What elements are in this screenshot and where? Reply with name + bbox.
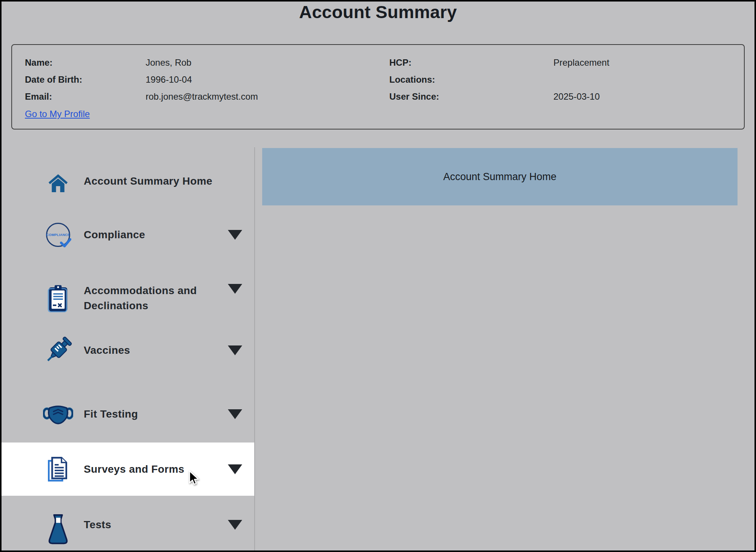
- chevron-down-icon[interactable]: [228, 284, 242, 294]
- email-label: Email:: [25, 88, 146, 105]
- email-field: Email: rob.jones@trackmytest.com: [25, 88, 258, 105]
- sidebar-nav: Account Summary Home COMPLIANCE Complian…: [2, 143, 254, 550]
- sidebar-item-label: Fit Testing: [84, 407, 138, 422]
- profile-left-column: Name: Jones, Rob Date of Birth: 1996-10-…: [25, 54, 258, 105]
- compliance-icon-text: COMPLIANCE: [46, 233, 70, 237]
- sidebar-item-accommodations[interactable]: Accommodations and Declinations: [2, 279, 254, 318]
- sidebar-item-tests[interactable]: Tests: [2, 508, 254, 542]
- content-panel-header: Account Summary Home: [262, 148, 738, 205]
- sidebar-item-compliance[interactable]: COMPLIANCE Compliance: [2, 217, 254, 253]
- account-summary-page: Account Summary Name: Jones, Rob Date of…: [0, 0, 756, 552]
- name-label: Name:: [25, 54, 146, 71]
- user-since-field: User Since: 2025-03-10: [389, 88, 609, 105]
- name-field: Name: Jones, Rob: [25, 54, 258, 71]
- go-to-profile-link[interactable]: Go to My Profile: [25, 105, 90, 122]
- hcp-field: HCP: Preplacement: [389, 54, 609, 71]
- hcp-label: HCP:: [389, 54, 553, 71]
- chevron-down-icon[interactable]: [228, 230, 242, 240]
- sidebar-item-label: Surveys and Forms: [84, 462, 184, 477]
- dob-field: Date of Birth: 1996-10-04: [25, 71, 258, 88]
- hcp-value: Preplacement: [553, 54, 609, 71]
- sidebar-content-divider: [254, 147, 255, 550]
- sidebar-item-surveys-and-forms[interactable]: Surveys and Forms: [2, 443, 254, 496]
- chevron-down-icon[interactable]: [228, 464, 242, 474]
- name-value: Jones, Rob: [146, 54, 191, 71]
- compliance-circle: COMPLIANCE: [46, 223, 70, 247]
- profile-summary-card: Name: Jones, Rob Date of Birth: 1996-10-…: [11, 44, 745, 130]
- sidebar-item-label: Accommodations and Declinations: [84, 283, 227, 313]
- sidebar-item-fit-testing[interactable]: Fit Testing: [2, 397, 254, 431]
- email-value: rob.jones@trackmytest.com: [146, 88, 258, 105]
- face-mask-icon: [43, 402, 73, 426]
- checkmark-icon: [60, 238, 71, 247]
- chevron-down-icon[interactable]: [228, 345, 242, 355]
- dob-value: 1996-10-04: [146, 71, 192, 88]
- documents-icon: [43, 455, 73, 483]
- home-icon: [43, 168, 73, 194]
- locations-field: Locations:: [389, 71, 609, 88]
- page-title: Account Summary: [0, 2, 756, 22]
- sidebar-item-label: Tests: [84, 517, 111, 532]
- sidebar-item-account-summary-home[interactable]: Account Summary Home: [2, 162, 254, 200]
- syringe-icon: [43, 334, 73, 367]
- locations-label: Locations:: [389, 71, 553, 88]
- sidebar-item-label: Account Summary Home: [84, 174, 212, 189]
- sidebar-item-vaccines[interactable]: Vaccines: [2, 332, 254, 369]
- user-since-value: 2025-03-10: [553, 88, 600, 105]
- compliance-icon: COMPLIANCE: [43, 223, 73, 247]
- chevron-down-icon[interactable]: [228, 520, 242, 530]
- content-panel-title: Account Summary Home: [443, 171, 556, 183]
- clipboard-icon: [43, 284, 73, 312]
- mouse-cursor-icon: [187, 470, 202, 487]
- profile-right-column: HCP: Preplacement Locations: User Since:…: [389, 54, 609, 105]
- user-since-label: User Since:: [389, 88, 553, 105]
- chevron-down-icon[interactable]: [228, 409, 242, 419]
- sidebar-item-label: Vaccines: [84, 343, 130, 358]
- dob-label: Date of Birth:: [25, 71, 146, 88]
- flask-icon: [43, 504, 73, 545]
- sidebar-item-label: Compliance: [84, 227, 145, 242]
